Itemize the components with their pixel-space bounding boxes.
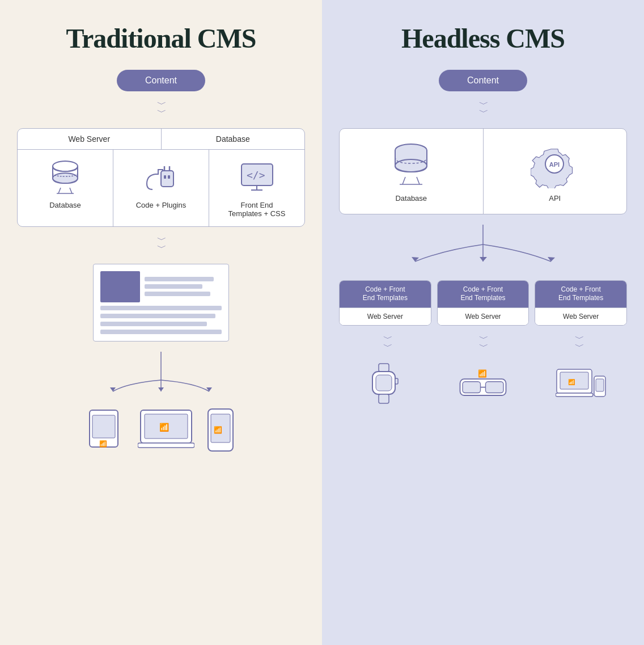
headless-chevron-2: 〉 〉: [478, 336, 488, 352]
laptop-icon: 📶: [138, 407, 194, 453]
api-gear-icon: API: [531, 140, 579, 188]
svg-rect-45: [376, 375, 392, 391]
delivery-box-3-bottom: Web Server: [535, 307, 626, 325]
trad-box-header: Web Server Database: [18, 129, 304, 150]
headless-chevrons-row: 〉 〉 〉 〉 〉 〉: [339, 336, 627, 352]
svg-rect-56: [556, 393, 593, 397]
traditional-cms-panel: Traditional CMS Content 〉 〉 Web Server D…: [0, 0, 322, 645]
headless-chevron-3: 〉 〉: [574, 336, 583, 352]
svg-rect-43: [379, 364, 389, 372]
web-server-header: Web Server: [18, 129, 162, 149]
smartwatch-icon: [367, 362, 404, 408]
headless-database-icon: [388, 140, 434, 188]
svg-point-32: [395, 159, 427, 172]
svg-point-3: [53, 173, 78, 183]
traditional-content-pill: Content: [117, 70, 205, 91]
svg-marker-41: [480, 257, 487, 262]
svg-marker-20: [206, 387, 212, 391]
database-icon: [48, 158, 82, 195]
website-mockup: [93, 264, 229, 342]
traditional-cms-title: Traditional CMS: [66, 23, 256, 54]
ar-glasses-col: 📶: [437, 368, 529, 402]
svg-rect-7: [161, 171, 173, 187]
tablet-icon: 📶: [87, 407, 126, 453]
mockup-line-1: [145, 277, 214, 281]
delivery-box-2-top: Code + FrontEnd Templates: [438, 281, 529, 307]
trad-plugins-label: Code + Plugins: [136, 201, 187, 209]
trad-devices-row: 📶 📶 📶: [87, 407, 235, 453]
svg-rect-50: [463, 381, 481, 393]
delivery-box-2-bottom: Web Server: [438, 307, 529, 325]
plugin-icon: [141, 158, 181, 195]
mockup-line-4: [100, 306, 222, 310]
svg-text:</>: </>: [247, 169, 265, 181]
delivery-boxes-row: Code + FrontEnd Templates Web Server Cod…: [339, 280, 627, 326]
svg-rect-51: [486, 381, 504, 393]
database-header: Database: [162, 129, 305, 149]
svg-line-33: [402, 177, 405, 184]
svg-line-5: [70, 188, 72, 193]
svg-rect-47: [395, 378, 398, 384]
trad-device-arrows: [82, 352, 240, 397]
trad-templates-cell: </> Front EndTemplates + CSS: [209, 150, 304, 226]
svg-text:API: API: [549, 161, 560, 168]
traditional-down-arrow-2: 〉 〉: [156, 237, 166, 254]
svg-text:📶: 📶: [99, 440, 107, 448]
trad-templates-label: Front EndTemplates + CSS: [228, 201, 286, 218]
headless-cms-panel: Headless CMS Content 〉 〉 Database: [322, 0, 644, 645]
delivery-box-1-top: Code + FrontEnd Templates: [340, 281, 431, 307]
svg-line-34: [417, 177, 420, 184]
headless-delivery-arrows: [370, 225, 596, 270]
svg-marker-18: [110, 387, 116, 391]
ar-glasses-icon: 📶: [457, 368, 509, 402]
trad-box-body: Database Code + Plugins: [18, 150, 304, 226]
svg-rect-27: [138, 443, 194, 448]
svg-rect-11: [168, 175, 170, 179]
headless-api-cell: API API: [484, 129, 627, 214]
mockup-line-3: [145, 292, 210, 296]
mockup-line-5: [100, 314, 215, 318]
headless-database-cell: Database: [340, 129, 484, 214]
laptop-phone-icon: 📶: [556, 364, 607, 406]
delivery-box-3-top: Code + FrontEnd Templates: [535, 281, 626, 307]
trad-plugins-cell: Code + Plugins: [113, 150, 209, 226]
headless-box-body: Database API API: [340, 129, 626, 214]
laptop-phone-col: 📶: [535, 364, 627, 406]
headless-content-pill: Content: [439, 70, 527, 91]
svg-rect-22: [92, 415, 115, 438]
svg-text:📶: 📶: [159, 423, 170, 432]
phone-icon: 📶: [206, 407, 235, 453]
code-template-icon: </>: [239, 158, 276, 195]
mockup-line-7: [100, 330, 222, 334]
mockup-header: [100, 271, 222, 302]
trad-database-cell: Database: [18, 150, 113, 226]
headless-devices-row: 📶 📶: [339, 362, 627, 408]
headless-server-box: Database API API: [339, 128, 627, 214]
traditional-server-box: Web Server Database Dat: [17, 128, 305, 227]
smartwatch-col: [339, 362, 431, 408]
headless-cms-title: Headless CMS: [401, 23, 565, 54]
headless-chevron-1: 〉 〉: [383, 336, 392, 352]
delivery-box-3: Code + FrontEnd Templates Web Server: [535, 280, 627, 326]
svg-line-4: [58, 188, 61, 193]
headless-down-arrow-1: 〉 〉: [478, 102, 488, 118]
headless-api-label: API: [549, 194, 561, 203]
delivery-box-2: Code + FrontEnd Templates Web Server: [437, 280, 529, 326]
svg-marker-19: [158, 387, 164, 391]
traditional-down-arrow-1: 〉 〉: [156, 102, 166, 118]
svg-text:📶: 📶: [568, 378, 575, 386]
mockup-image: [100, 271, 140, 302]
delivery-box-1: Code + FrontEnd Templates Web Server: [339, 280, 431, 326]
svg-rect-46: [379, 394, 389, 403]
svg-text:📶: 📶: [478, 369, 487, 378]
svg-rect-58: [596, 379, 604, 391]
svg-rect-10: [164, 175, 166, 179]
svg-text:📶: 📶: [214, 425, 222, 434]
delivery-box-1-bottom: Web Server: [340, 307, 431, 325]
trad-database-label: Database: [49, 201, 81, 209]
headless-database-label: Database: [395, 194, 427, 203]
mockup-line-6: [100, 322, 207, 326]
mockup-text-lines: [145, 271, 222, 302]
mockup-line-2: [145, 284, 202, 289]
